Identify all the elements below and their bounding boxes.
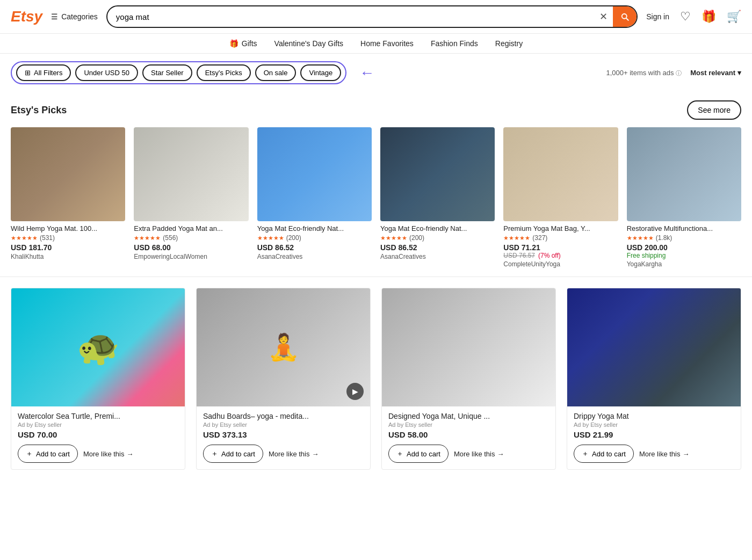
- product-name: Extra Padded Yoga Mat an...: [134, 224, 248, 232]
- filter-icon: ⊞: [25, 69, 31, 77]
- add-to-cart-button[interactable]: ＋ Add to cart: [203, 445, 263, 463]
- info-icon: ⓘ: [676, 70, 682, 76]
- filter-star-seller[interactable]: Star Seller: [142, 64, 192, 81]
- product-price: USD 86.52: [380, 243, 495, 252]
- review-count: (327): [532, 234, 547, 242]
- arrow-icon: →: [126, 450, 133, 458]
- discount-badge: (7% off): [538, 252, 561, 259]
- pick-card[interactable]: Restorative Multifunctiona... ★★★★★ (1.8…: [627, 127, 741, 268]
- product-name: Yoga Mat Eco-friendly Nat...: [380, 224, 495, 232]
- categories-button[interactable]: ☰ Categories: [51, 12, 98, 21]
- product-price: USD 71.21: [503, 243, 618, 252]
- ad-actions: ＋ Add to cart More like this →: [382, 445, 555, 463]
- header-actions: Sign in ♡ 🎁 🛒: [646, 10, 741, 24]
- filters-group: ⊞ All Filters Under USD 50 Star Seller E…: [11, 61, 346, 84]
- ad-price: USD 373.13: [203, 430, 364, 439]
- pick-card[interactable]: Premium Yoga Mat Bag, Y... ★★★★★ (327) U…: [503, 127, 618, 268]
- plus-icon: ＋: [26, 449, 33, 459]
- product-rating: ★★★★★ (531): [11, 234, 125, 242]
- stars-icon: ★★★★★: [134, 235, 161, 242]
- review-count: (1.8k): [656, 234, 673, 242]
- product-price: USD 68.00: [134, 243, 248, 252]
- product-rating: ★★★★★ (1.8k): [627, 234, 741, 242]
- ad-product-name: Watercolor Sea Turtle, Premi...: [18, 412, 178, 420]
- ads-grid: 🐢 Watercolor Sea Turtle, Premi... Ad by …: [0, 277, 752, 481]
- stars-icon: ★★★★★: [257, 235, 284, 242]
- pick-card[interactable]: Wild Hemp Yoga Mat. 100... ★★★★★ (531) U…: [11, 127, 125, 268]
- more-like-button[interactable]: More like this →: [454, 450, 504, 458]
- ad-label: Ad by Etsy seller: [388, 421, 549, 428]
- ad-product-name: Sadhu Boards– yoga - medita...: [203, 412, 364, 420]
- nav-gifts[interactable]: 🎁 Gifts: [229, 39, 257, 48]
- more-like-button[interactable]: More like this →: [83, 450, 134, 458]
- sort-button[interactable]: Most relevant ▾: [690, 69, 741, 77]
- ad-card[interactable]: Drippy Yoga Mat Ad by Etsy seller USD 21…: [567, 288, 741, 470]
- product-price: USD 181.70: [11, 243, 125, 252]
- stars-icon: ★★★★★: [627, 235, 654, 242]
- ad-image-wrap: 🧘 ▶: [197, 288, 370, 406]
- nav-home[interactable]: Home Favorites: [360, 39, 414, 48]
- nav-registry[interactable]: Registry: [495, 39, 523, 48]
- ad-price: USD 70.00: [18, 430, 178, 439]
- section-title: Etsy's Picks: [11, 105, 67, 116]
- see-more-button[interactable]: See more: [687, 100, 741, 120]
- product-price: USD 200.00: [627, 243, 741, 252]
- cart-icon[interactable]: 🛒: [727, 10, 741, 24]
- add-to-cart-button[interactable]: ＋ Add to cart: [388, 445, 449, 463]
- add-to-cart-button[interactable]: ＋ Add to cart: [574, 445, 634, 463]
- nav-bar: 🎁 Gifts Valentine's Day Gifts Home Favor…: [0, 34, 752, 54]
- ad-price: USD 58.00: [388, 430, 549, 439]
- ad-actions: ＋ Add to cart More like this →: [567, 445, 741, 463]
- free-shipping-badge: Free shipping: [627, 252, 741, 259]
- ad-product-name: Designed Yoga Mat, Unique ...: [388, 412, 549, 420]
- plus-icon: ＋: [396, 449, 403, 459]
- add-to-cart-button[interactable]: ＋ Add to cart: [18, 445, 78, 463]
- favorites-icon[interactable]: ♡: [680, 10, 691, 24]
- sort-arrow-icon: ▾: [737, 69, 741, 77]
- ad-product-name: Drippy Yoga Mat: [574, 412, 734, 420]
- pick-card[interactable]: Yoga Mat Eco-friendly Nat... ★★★★★ (200)…: [257, 127, 372, 268]
- pick-card[interactable]: Extra Padded Yoga Mat an... ★★★★★ (556) …: [134, 127, 248, 268]
- ad-card[interactable]: 🐢 Watercolor Sea Turtle, Premi... Ad by …: [11, 288, 185, 470]
- product-seller: AsanaCreatives: [380, 253, 495, 260]
- search-clear-button[interactable]: ✕: [594, 11, 613, 23]
- ad-card[interactable]: 🧘 ▶ Sadhu Boards– yoga - medita... Ad by…: [196, 288, 371, 470]
- product-rating: ★★★★★ (327): [503, 234, 618, 242]
- gifts-nav-icon: 🎁: [229, 39, 238, 48]
- search-bar: ✕: [106, 5, 638, 28]
- etsy-picks-section: Etsy's Picks See more Wild Hemp Yoga Mat…: [0, 92, 752, 277]
- nav-fashion[interactable]: Fashion Finds: [431, 39, 478, 48]
- search-icon: [620, 12, 630, 21]
- items-count: 1,000+ items with ads ⓘ: [606, 69, 682, 77]
- review-count: (200): [409, 234, 424, 242]
- filter-vintage[interactable]: Vintage: [300, 64, 341, 81]
- nav-valentines[interactable]: Valentine's Day Gifts: [274, 39, 343, 48]
- product-seller: KhaliKhutta: [11, 253, 125, 260]
- search-button[interactable]: [613, 6, 637, 27]
- arrow-icon: →: [497, 450, 504, 458]
- ad-actions: ＋ Add to cart More like this →: [11, 445, 185, 463]
- picks-grid: Wild Hemp Yoga Mat. 100... ★★★★★ (531) U…: [11, 127, 741, 268]
- ad-image-wrap: [567, 288, 741, 406]
- ad-info: Watercolor Sea Turtle, Premi... Ad by Et…: [11, 406, 185, 439]
- product-name: Restorative Multifunctiona...: [627, 224, 741, 232]
- filter-on-sale[interactable]: On sale: [255, 64, 297, 81]
- gifts-icon[interactable]: 🎁: [702, 10, 716, 24]
- ad-card[interactable]: Designed Yoga Mat, Unique ... Ad by Etsy…: [381, 288, 556, 470]
- review-count: (200): [286, 234, 301, 242]
- ad-info: Drippy Yoga Mat Ad by Etsy seller USD 21…: [567, 406, 741, 439]
- pick-card[interactable]: Yoga Mat Eco-friendly Nat... ★★★★★ (200)…: [380, 127, 495, 268]
- all-filters-button[interactable]: ⊞ All Filters: [16, 64, 71, 81]
- sign-in-link[interactable]: Sign in: [646, 12, 669, 21]
- search-input[interactable]: [107, 12, 594, 21]
- more-like-button[interactable]: More like this →: [639, 450, 690, 458]
- product-rating: ★★★★★ (200): [380, 234, 495, 242]
- product-price: USD 86.52: [257, 243, 372, 252]
- filter-under-50[interactable]: Under USD 50: [75, 64, 138, 81]
- etsy-logo[interactable]: Etsy: [11, 8, 42, 25]
- filter-etsy-picks[interactable]: Etsy's Picks: [197, 64, 251, 81]
- product-name: Yoga Mat Eco-friendly Nat...: [257, 224, 372, 232]
- plus-icon: ＋: [582, 449, 589, 459]
- review-count: (556): [163, 234, 178, 242]
- more-like-button[interactable]: More like this →: [269, 450, 319, 458]
